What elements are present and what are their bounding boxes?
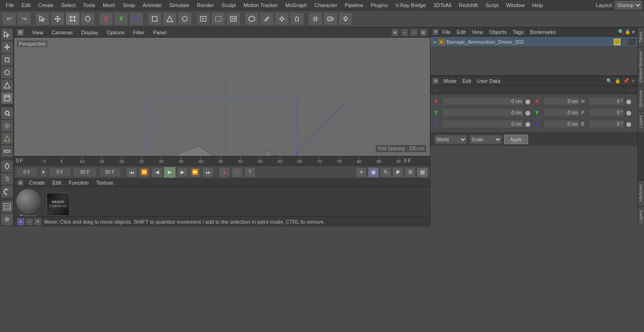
playback-next-btn[interactable]: ▶ [177,167,188,178]
attr-userdata[interactable]: User Data [474,77,504,85]
menu-redshift[interactable]: Redshift [455,1,481,9]
magnet-button[interactable] [290,12,304,25]
menu-pipeline[interactable]: Pipeline [341,1,367,9]
viewport-menu-filter[interactable]: Filter [131,29,146,36]
select-tool-button[interactable] [35,12,50,25]
playback-prev-btn[interactable]: ◀ [151,167,163,178]
viewport-btn-2[interactable]: ↔ [401,29,408,36]
menu-mograph[interactable]: MoGraph [281,1,311,9]
tool14-btn[interactable] [1,201,13,213]
menu-3dtoall[interactable]: 3DToAll [429,1,455,9]
menu-edit[interactable]: Edit [18,1,34,9]
playback-max-input[interactable] [99,168,121,177]
view-cube-button[interactable] [245,12,259,25]
menu-simulate[interactable]: Simulate [165,1,193,9]
viewport-menu-cameras[interactable]: Cameras [50,29,75,36]
menu-vray[interactable]: V-Ray Bridge [392,1,430,9]
obj-visibility-dot-1[interactable] [621,39,628,45]
viewport-menu-panel[interactable]: Panel [151,29,168,36]
world-dropdown[interactable]: World [434,135,467,144]
mat-create[interactable]: Create [27,179,47,186]
attr-edit[interactable]: Edit [460,77,474,85]
timeline-ruler[interactable]: 0 5 10 15 20 25 30 35 [42,156,402,165]
obj-edit[interactable]: Edit [454,28,469,36]
playback-autokey-btn[interactable]: ⬡ [231,167,243,178]
apply-button[interactable]: Apply [504,135,528,144]
render-animation-button[interactable] [226,12,240,25]
move-tool-button[interactable] [50,12,65,25]
mat-texture[interactable]: Texture [94,179,115,186]
playback-anim-btn[interactable]: P [392,167,404,178]
menu-mesh[interactable]: Mesh [99,1,119,9]
vtab-takes[interactable]: Takes [638,27,644,47]
tool7-btn[interactable] [1,107,13,119]
playback-play-btn[interactable]: ▶ [164,167,175,178]
obj-corner-icon[interactable]: ⊞ [432,29,439,35]
object-cube-button[interactable] [148,12,162,25]
menu-script[interactable]: Script [482,1,503,9]
tool11-btn[interactable] [1,160,13,172]
menu-create[interactable]: Create [34,1,58,9]
playback-rotate-btn[interactable]: ↻ [380,167,391,178]
tool6-btn[interactable] [1,92,13,104]
mat-edit[interactable]: Edit [50,179,63,186]
object-cone-button[interactable] [163,12,177,25]
menu-animate[interactable]: Animate [139,1,165,9]
menu-motion-tracker[interactable]: Motion Tracker [239,1,281,9]
menu-file[interactable]: File [2,1,18,9]
scale-mode-btn[interactable] [1,54,13,66]
light-button[interactable] [339,12,353,25]
tool9-btn[interactable] [1,132,13,145]
coord-y-input[interactable] [442,108,524,117]
tool13-btn[interactable] [1,186,13,198]
playback-last-btn[interactable]: ⏭ [202,167,214,178]
status-icon-3[interactable]: ✕ [34,218,41,226]
coord-z2-input[interactable] [544,120,580,128]
coord-x-input[interactable] [442,97,524,105]
playback-start-input[interactable] [16,168,38,177]
coord-p-input[interactable] [588,108,625,117]
playback-next-key-btn[interactable]: ⏩ [190,167,201,178]
menu-plugins[interactable]: Plugins [367,1,391,9]
undo-button[interactable]: ↩ [2,12,16,25]
attr-corner-icon[interactable]: ⊞ [432,78,439,84]
playback-select-btn[interactable]: ▣ [368,167,379,178]
y-axis-button[interactable]: Y [114,12,128,25]
object-sphere-button[interactable] [178,12,192,25]
playback-start-down[interactable]: ▼ [40,168,47,177]
vtab-layers[interactable]: Layers [638,111,644,132]
tool15-btn[interactable] [1,213,13,226]
playback-render-btn[interactable]: ▦ [417,167,428,178]
camera-record-button[interactable] [323,12,338,25]
menu-window[interactable]: Window [503,1,528,9]
scale-tool-button[interactable] [66,12,80,25]
tool8-btn[interactable] [1,120,13,132]
coord-b-input[interactable] [588,120,625,128]
viewport-corner-icon[interactable]: ⊞ [17,29,24,36]
obj-visibility-dot-2[interactable] [629,39,636,45]
attr-lock-icon[interactable]: 🔒 [614,78,621,83]
playback-info-btn[interactable]: ? [244,167,256,178]
menu-character[interactable]: Character [311,1,341,9]
render-region-button[interactable] [211,12,225,25]
attr-search-icon[interactable]: 🔍 [605,78,613,83]
viewport-menu-view[interactable]: View [30,29,45,36]
obj-tags[interactable]: Tags [510,28,527,36]
playback-move-btn[interactable]: ✛ [355,167,367,178]
viewport-menu-options[interactable]: Options [105,29,126,36]
render-frame-button[interactable] [196,12,210,25]
menu-snap[interactable]: Snap [119,1,139,9]
viewport-btn-1[interactable]: ⊕ [391,29,399,36]
rotate-mode-btn[interactable] [1,66,13,79]
vtab-content-browser[interactable]: Content Browser [638,47,644,86]
playback-min-input[interactable] [49,168,71,177]
obj-tag-1[interactable] [614,39,620,45]
material-item-barrage[interactable]: Barrage [16,189,41,219]
coord-x2-input[interactable] [544,97,580,105]
snap-button[interactable] [275,12,289,25]
menu-render[interactable]: Render [193,1,218,9]
scale-dropdown[interactable]: Scale [469,135,502,144]
attr-mode[interactable]: Mode [441,77,460,85]
menu-tools[interactable]: Tools [79,1,99,9]
z-axis-button[interactable]: Z [129,12,143,25]
